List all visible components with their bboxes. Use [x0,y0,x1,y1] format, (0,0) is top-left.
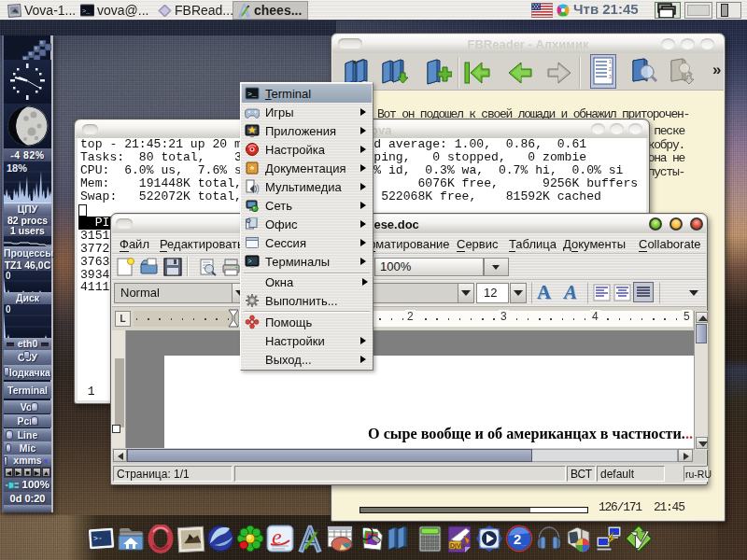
svg-text:3: 3 [609,74,612,79]
svg-text:>_: >_ [82,7,91,15]
svg-text:>-: >- [93,534,103,543]
svg-text:>_: >_ [247,90,257,98]
svg-text:1: 1 [609,59,612,64]
svg-text:>: > [248,258,252,265]
svg-text:2: 2 [609,66,612,72]
svg-text:…: … [521,541,527,547]
svg-text:DjVu: DjVu [450,542,465,550]
